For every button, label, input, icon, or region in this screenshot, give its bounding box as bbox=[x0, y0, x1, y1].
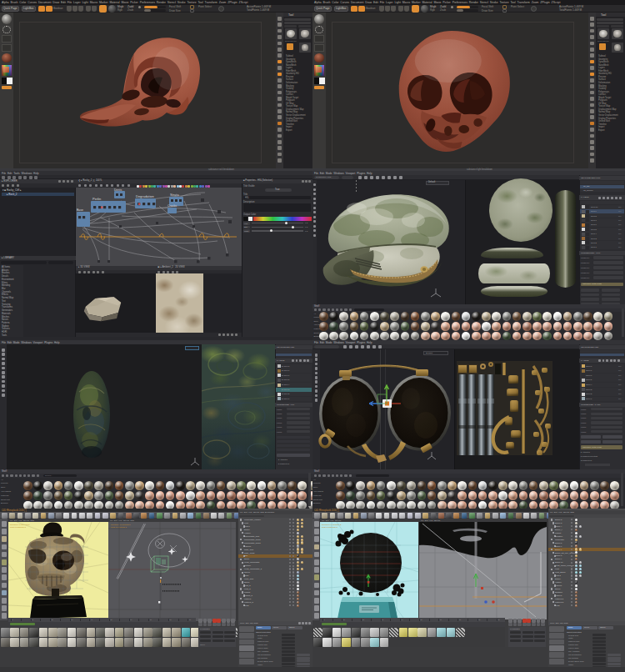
svg-text:Dents: Dents bbox=[114, 188, 122, 192]
svg-text:Perlin: Perlin bbox=[92, 197, 101, 201]
svg-text:Cracks: Cracks bbox=[168, 204, 177, 208]
svg-text:Degradation: Degradation bbox=[136, 194, 154, 198]
svg-text:Strata: Strata bbox=[170, 193, 179, 197]
svg-text:Base: Base bbox=[77, 208, 83, 212]
